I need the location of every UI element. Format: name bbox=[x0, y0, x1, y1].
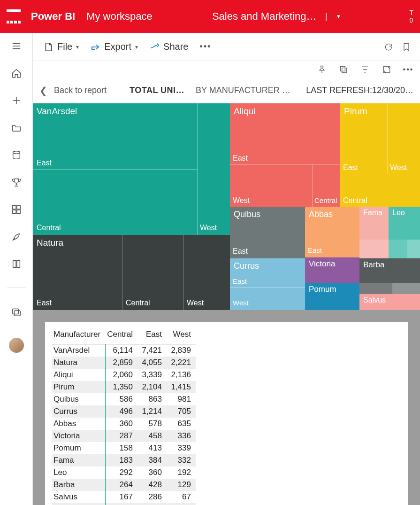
export-menu[interactable]: Export ▾ bbox=[86, 39, 142, 55]
col-east[interactable]: East bbox=[137, 327, 167, 344]
table-row[interactable]: Pirum1,3502,1041,415 bbox=[52, 381, 196, 393]
col-west[interactable]: West bbox=[167, 327, 196, 344]
treemap-leo-sub2[interactable] bbox=[407, 240, 420, 258]
treemap-barba-sub[interactable] bbox=[359, 283, 392, 294]
back-to-report-button[interactable]: ❮ Back to report bbox=[39, 85, 107, 96]
brand-name[interactable]: Power BI bbox=[31, 10, 75, 23]
filter-icon[interactable] bbox=[358, 62, 372, 77]
table-row[interactable]: Fama183384332 bbox=[52, 454, 196, 466]
treemap-quibus[interactable]: Quibus East bbox=[230, 207, 305, 258]
cell-east: 3,339 bbox=[137, 369, 167, 381]
tm-region: East bbox=[233, 247, 248, 256]
report-chevron-down-icon[interactable]: ▼ bbox=[336, 13, 341, 20]
treemap-currus[interactable]: Currus East West bbox=[230, 258, 305, 310]
table-row[interactable]: Pomum158413339 bbox=[52, 442, 196, 454]
cell-west: 336 bbox=[167, 430, 196, 442]
pin-icon[interactable] bbox=[315, 62, 329, 77]
treemap-aliqui[interactable]: Aliqui East West Central bbox=[230, 103, 340, 207]
tm-region: West bbox=[233, 196, 250, 205]
treemap-fama[interactable]: Fama bbox=[359, 207, 389, 240]
workspace-name[interactable]: My workspace bbox=[86, 10, 153, 23]
table-row[interactable]: Quibus586863981 bbox=[52, 393, 196, 405]
table-row[interactable]: Natura2,8594,0552,221 bbox=[52, 357, 196, 369]
home-icon[interactable] bbox=[9, 67, 23, 80]
col-central[interactable]: Central bbox=[105, 327, 137, 344]
cell-manufacturer: Aliqui bbox=[52, 369, 105, 381]
focus-title: TOTAL UNI… bbox=[130, 85, 184, 95]
treemap-natura[interactable]: Natura East Central West bbox=[33, 235, 230, 310]
bookmark-icon[interactable] bbox=[399, 40, 413, 54]
cell-manufacturer: Fama bbox=[52, 454, 105, 466]
avatar[interactable] bbox=[9, 338, 24, 353]
cell-central: 264 bbox=[105, 479, 137, 491]
cell-west: 705 bbox=[167, 405, 196, 418]
global-header: Power BI My workspace Sales and Marketin… bbox=[0, 0, 420, 33]
cell-manufacturer: Abbas bbox=[52, 418, 105, 430]
tm-label: VanArsdel bbox=[37, 106, 77, 117]
tm-label: Aliqui bbox=[234, 106, 255, 117]
treemap-pirum[interactable]: Pirum East West Central bbox=[340, 103, 420, 207]
more-menu[interactable]: ••• bbox=[196, 39, 215, 54]
workspaces-icon[interactable] bbox=[9, 305, 23, 318]
book-icon[interactable] bbox=[9, 257, 23, 271]
cell-east: 384 bbox=[137, 454, 167, 466]
cell-manufacturer: Victoria bbox=[52, 430, 105, 442]
app-launcher-icon[interactable] bbox=[7, 9, 21, 23]
table-row[interactable]: VanArsdel6,1147,4212,839 bbox=[52, 344, 196, 357]
cell-manufacturer: Currus bbox=[52, 405, 105, 418]
svg-rect-6 bbox=[14, 311, 20, 316]
tm-label: Pomum bbox=[309, 285, 336, 294]
tm-region: East bbox=[308, 246, 322, 254]
table-row[interactable]: Leo292360192 bbox=[52, 466, 196, 479]
treemap-barba[interactable]: Barba bbox=[359, 258, 420, 283]
more-icon[interactable]: ••• bbox=[401, 62, 415, 77]
col-manufacturer[interactable]: Manufacturer bbox=[52, 327, 105, 344]
cell-east: 863 bbox=[137, 393, 167, 405]
tm-region: East bbox=[343, 163, 358, 172]
table-row[interactable]: Currus4961,214705 bbox=[52, 405, 196, 418]
focus-subtitle: BY MANUFACTURER … bbox=[196, 85, 290, 95]
refresh-icon[interactable] bbox=[382, 40, 396, 54]
table-row[interactable]: Barba264428129 bbox=[52, 479, 196, 491]
share-button[interactable]: Share bbox=[145, 39, 192, 55]
svg-point-0 bbox=[13, 151, 20, 154]
cell-manufacturer: Barba bbox=[52, 479, 105, 491]
plus-icon[interactable] bbox=[9, 94, 23, 107]
cell-central: 496 bbox=[105, 405, 137, 418]
treemap-pomum[interactable]: Pomum bbox=[305, 283, 359, 310]
treemap-abbas[interactable]: Abbas East bbox=[305, 207, 359, 257]
treemap-victoria[interactable]: Victoria bbox=[305, 257, 359, 283]
cell-east: 2,104 bbox=[137, 381, 167, 393]
focus-icon[interactable] bbox=[380, 62, 394, 77]
file-menu[interactable]: File ▾ bbox=[39, 39, 83, 55]
treemap-fama-sub[interactable] bbox=[359, 240, 389, 258]
treemap-leo[interactable]: Leo bbox=[389, 207, 420, 240]
cell-west: 339 bbox=[167, 442, 196, 454]
table-row[interactable]: Aliqui2,0603,3392,136 bbox=[52, 369, 196, 381]
data-icon[interactable] bbox=[9, 148, 23, 162]
treemap-leo-sub[interactable] bbox=[389, 240, 407, 258]
hamburger-icon[interactable] bbox=[9, 39, 23, 53]
file-label: File bbox=[57, 41, 72, 52]
table-row[interactable]: Abbas360578635 bbox=[52, 418, 196, 430]
table-row[interactable]: Victoria287458336 bbox=[52, 430, 196, 442]
treemap-barba-sub2[interactable] bbox=[392, 283, 420, 294]
trophy-icon[interactable] bbox=[9, 176, 23, 189]
folder-icon[interactable] bbox=[9, 121, 23, 134]
cell-central: 586 bbox=[105, 393, 137, 405]
report-name[interactable]: Sales and Marketing… bbox=[212, 10, 317, 23]
rocket-icon[interactable] bbox=[9, 230, 23, 243]
copy-icon[interactable] bbox=[336, 62, 351, 77]
cell-west: 1,415 bbox=[167, 381, 196, 393]
data-table[interactable]: Manufacturer Central East West VanArsdel… bbox=[52, 327, 196, 505]
tm-label: Salvus bbox=[363, 296, 386, 304]
cell-west: 129 bbox=[167, 479, 196, 491]
apps-icon[interactable] bbox=[9, 203, 23, 216]
treemap-visual[interactable]: VanArsdel East Central West Natura East … bbox=[33, 103, 420, 310]
table-row[interactable]: Salvus16728667 bbox=[52, 491, 196, 503]
treemap-vanarsdel[interactable]: VanArsdel East Central West bbox=[33, 103, 230, 235]
treemap-salvus[interactable]: Salvus bbox=[359, 294, 420, 310]
tm-label: Abbas bbox=[309, 210, 333, 219]
table-row[interactable]: Palma154170102 bbox=[52, 503, 196, 505]
table-header-row: Manufacturer Central East West bbox=[52, 327, 196, 344]
